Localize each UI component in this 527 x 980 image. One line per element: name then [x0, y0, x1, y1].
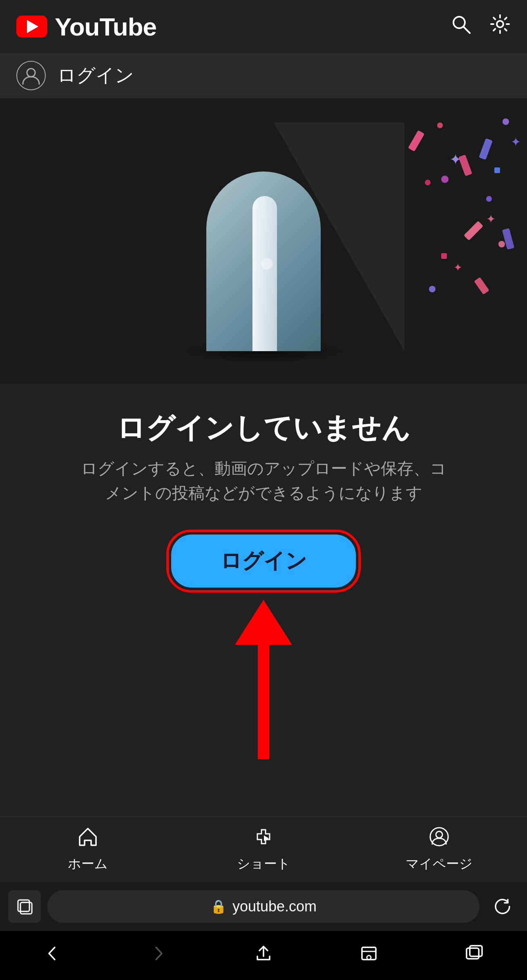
lock-icon: 🔒	[210, 899, 227, 914]
nav-label-mypage: マイページ	[406, 855, 473, 873]
confetti-star-3: ✦	[511, 135, 521, 149]
login-button[interactable]: ログイン	[171, 535, 356, 588]
confetti-12	[502, 228, 514, 250]
search-icon[interactable]	[450, 13, 471, 40]
door-ajar-light	[252, 196, 277, 351]
svg-line-1	[463, 27, 470, 33]
user-row[interactable]: ログイン	[0, 53, 527, 98]
confetti-2	[437, 122, 443, 128]
share-button[interactable]	[242, 940, 285, 971]
forward-button[interactable]	[136, 940, 180, 971]
svg-rect-8	[362, 947, 376, 960]
svg-rect-7	[20, 902, 32, 914]
confetti-7	[474, 277, 489, 294]
svg-point-5	[436, 831, 442, 838]
youtube-logo-icon	[16, 16, 47, 38]
confetti-8	[479, 138, 493, 160]
url-text: youtube.com	[232, 898, 317, 915]
shorts-icon	[253, 826, 274, 852]
nav-label-shorts: ショート	[237, 855, 290, 873]
header-actions	[450, 13, 511, 40]
reload-button[interactable]	[486, 890, 519, 923]
bookmarks-button[interactable]	[347, 940, 391, 971]
confetti-dot-1	[441, 176, 449, 183]
login-label: ログイン	[57, 63, 134, 88]
system-nav	[0, 931, 527, 980]
confetti-10	[494, 167, 500, 173]
not-logged-in-desc: ログインすると、動画のアップロードや保存、コメントの投稿などができるようになりま…	[80, 456, 447, 505]
text-section: ログインしていません ログインすると、動画のアップロードや保存、コメントの投稿な…	[55, 384, 472, 521]
door-illustration	[161, 118, 366, 363]
svg-rect-11	[467, 948, 479, 959]
url-bar[interactable]: 🔒 youtube.com	[47, 890, 480, 923]
svg-point-3	[27, 69, 35, 77]
app-header: YouTube	[0, 0, 527, 53]
not-logged-in-title: ログインしていません	[116, 412, 411, 444]
confetti-5	[464, 221, 483, 241]
arrow-container	[235, 601, 292, 759]
confetti-1	[408, 130, 425, 151]
main-content: ✦ ✦ ✦ ✦ ログインしていません ログインすると、動画のアップロードや保存、…	[0, 98, 527, 817]
confetti-9	[502, 118, 509, 125]
browser-bar: 🔒 youtube.com	[0, 882, 527, 931]
svg-point-10	[367, 956, 371, 960]
tabs-button[interactable]	[453, 940, 496, 971]
svg-rect-6	[18, 900, 29, 911]
confetti-3	[458, 154, 472, 176]
arrow-head-icon	[235, 600, 292, 645]
confetti-6	[441, 253, 447, 259]
play-triangle-icon	[27, 20, 38, 33]
confetti-star-2: ✦	[486, 212, 496, 226]
bottom-nav: ホーム ショート マイページ	[0, 817, 527, 882]
confetti-dot-2	[498, 241, 505, 247]
home-icon	[78, 826, 98, 852]
logo-area: YouTube	[16, 12, 156, 41]
nav-item-shorts[interactable]: ショート	[176, 826, 351, 873]
svg-rect-12	[470, 946, 482, 956]
login-button-border: ログイン	[166, 530, 361, 592]
confetti-dot-3	[429, 286, 435, 292]
confetti-star-1: ✦	[449, 151, 462, 168]
settings-icon[interactable]	[489, 13, 511, 40]
confetti-4	[425, 180, 431, 185]
confetti-11	[486, 196, 492, 202]
mypage-icon	[429, 826, 449, 852]
svg-point-2	[497, 21, 503, 27]
arrow-body	[258, 645, 269, 759]
login-button-wrapper: ログイン	[166, 530, 361, 592]
confetti-star-4: ✦	[453, 261, 462, 274]
app-title: YouTube	[55, 12, 156, 41]
nav-item-home[interactable]: ホーム	[0, 826, 176, 873]
browser-tab-button[interactable]	[8, 890, 41, 923]
nav-label-home: ホーム	[68, 855, 108, 873]
illustration-area: ✦ ✦ ✦ ✦	[0, 98, 527, 384]
nav-item-mypage[interactable]: マイページ	[351, 826, 527, 873]
user-avatar-icon	[16, 61, 46, 90]
back-button[interactable]	[31, 940, 74, 971]
